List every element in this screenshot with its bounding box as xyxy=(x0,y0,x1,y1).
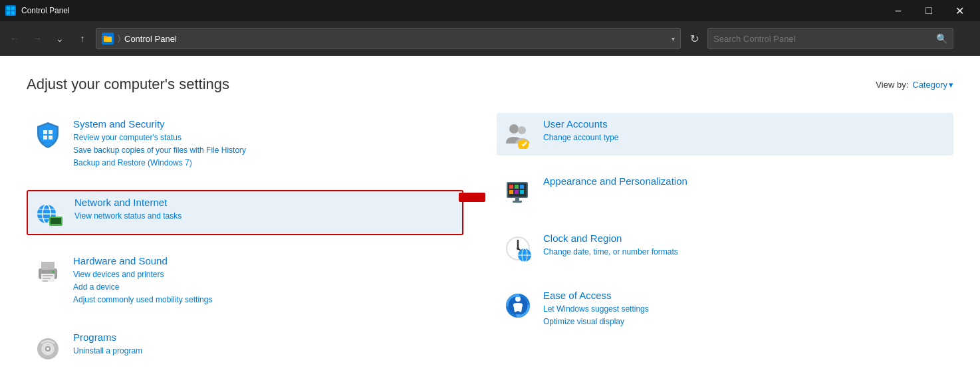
user-accounts-link-1[interactable]: Change account type xyxy=(543,132,948,144)
svg-point-30 xyxy=(518,126,526,134)
svg-rect-1 xyxy=(11,7,15,10)
ease-access-link-1[interactable]: Let Windows suggest settings xyxy=(543,303,948,316)
svg-rect-3 xyxy=(11,11,15,15)
breadcrumb-root: Control Panel xyxy=(124,34,177,44)
clock-region-title[interactable]: Clock and Region xyxy=(543,233,948,244)
system-security-content: System and Security Review your computer… xyxy=(73,118,458,170)
search-input[interactable] xyxy=(713,34,932,44)
main-content: Adjust your computer's settings View by:… xyxy=(0,56,980,392)
clock-region-icon xyxy=(502,233,534,264)
refresh-button[interactable]: ↻ xyxy=(685,29,703,48)
view-by-dropdown[interactable]: Category ▾ xyxy=(912,80,953,90)
view-by-control: View by: Category ▾ xyxy=(876,80,953,90)
appearance-title[interactable]: Appearance and Personalization xyxy=(543,175,948,187)
page-title: Adjust your computer's settings xyxy=(27,76,229,93)
titlebar-left: Control Panel xyxy=(5,5,70,16)
svg-rect-21 xyxy=(43,275,53,276)
system-security-title[interactable]: System and Security xyxy=(73,118,458,130)
svg-point-28 xyxy=(47,347,49,350)
programs-title[interactable]: Programs xyxy=(73,332,458,343)
clock-region-content: Clock and Region Change date, time, or n… xyxy=(543,233,948,258)
search-button[interactable]: 🔍 xyxy=(936,33,947,44)
svg-point-29 xyxy=(509,124,519,134)
user-accounts-icon xyxy=(502,118,534,150)
svg-rect-17 xyxy=(53,225,59,226)
svg-rect-34 xyxy=(515,185,519,189)
hardware-sound-title[interactable]: Hardware and Sound xyxy=(73,255,458,266)
system-security-link-3[interactable]: Backup and Restore (Windows 7) xyxy=(73,157,458,169)
programs-icon xyxy=(32,332,64,363)
network-internet-title[interactable]: Network and Internet xyxy=(74,197,457,208)
programs-content: Programs Uninstall a program xyxy=(73,332,458,357)
red-arrow-indicator xyxy=(459,193,485,202)
ease-access-link-2[interactable]: Optimize visual display xyxy=(543,316,948,328)
svg-rect-36 xyxy=(509,190,513,194)
svg-point-51 xyxy=(515,296,521,302)
svg-rect-2 xyxy=(7,11,10,15)
view-by-arrow: ▾ xyxy=(949,80,953,90)
svg-rect-22 xyxy=(43,278,51,279)
ease-access-title[interactable]: Ease of Access xyxy=(543,290,948,301)
hardware-sound-link-2[interactable]: Add a device xyxy=(73,281,458,294)
appearance-content: Appearance and Personalization xyxy=(543,175,948,189)
category-system-security: System and Security Review your computer… xyxy=(27,113,463,175)
window-controls: – □ ✕ xyxy=(883,0,975,21)
clock-region-link-1[interactable]: Change date, time, or number formats xyxy=(543,246,948,258)
maximize-button[interactable]: □ xyxy=(914,0,944,21)
addressbar: ← → ⌄ ↑ 〉 Control Panel ▾ ↻ 🔍 xyxy=(0,21,980,56)
up-button[interactable]: ↑ xyxy=(73,29,92,48)
system-security-icon xyxy=(32,118,64,150)
ease-access-content: Ease of Access Let Windows suggest setti… xyxy=(543,290,948,328)
svg-rect-16 xyxy=(51,218,61,224)
svg-rect-23 xyxy=(43,280,48,282)
close-button[interactable]: ✕ xyxy=(944,0,975,21)
hardware-icon xyxy=(32,255,64,287)
page-header: Adjust your computer's settings View by:… xyxy=(27,76,953,93)
category-ease-access: Ease of Access Let Windows suggest setti… xyxy=(497,284,953,334)
svg-rect-33 xyxy=(509,185,513,189)
category-appearance: Appearance and Personalization xyxy=(497,170,953,213)
svg-rect-37 xyxy=(515,190,519,194)
hardware-sound-link-3[interactable]: Adjust commonly used mobility settings xyxy=(73,294,458,306)
back-button[interactable]: ← xyxy=(5,29,24,48)
address-separator: 〉 xyxy=(118,33,120,44)
forward-button[interactable]: → xyxy=(28,29,47,48)
window-title: Control Panel xyxy=(21,6,70,15)
svg-rect-19 xyxy=(41,262,55,270)
ease-access-icon xyxy=(502,290,534,322)
svg-rect-40 xyxy=(513,201,522,203)
programs-link-1[interactable]: Uninstall a program xyxy=(73,345,458,357)
search-box[interactable]: 🔍 xyxy=(707,28,953,49)
svg-rect-8 xyxy=(43,136,47,140)
recent-button[interactable]: ⌄ xyxy=(51,29,69,48)
minimize-button[interactable]: – xyxy=(883,0,914,21)
appearance-icon xyxy=(502,175,534,207)
svg-rect-39 xyxy=(515,198,519,201)
network-icon xyxy=(33,197,65,229)
user-accounts-title[interactable]: User Accounts xyxy=(543,118,948,130)
svg-rect-5 xyxy=(104,36,107,38)
svg-point-24 xyxy=(52,270,55,273)
network-internet-link-1[interactable]: View network status and tasks xyxy=(74,210,457,223)
user-accounts-content: User Accounts Change account type xyxy=(543,118,948,144)
system-security-link-2[interactable]: Save backup copies of your files with Fi… xyxy=(73,144,458,157)
svg-rect-7 xyxy=(49,130,53,134)
right-column: User Accounts Change account type xyxy=(490,113,953,383)
app-icon xyxy=(5,5,16,16)
hardware-sound-content: Hardware and Sound View devices and prin… xyxy=(73,255,458,307)
network-internet-content: Network and Internet View network status… xyxy=(74,197,457,223)
hardware-sound-link-1[interactable]: View devices and printers xyxy=(73,268,458,281)
system-security-link-1[interactable]: Review your computer's status xyxy=(73,132,458,144)
svg-rect-6 xyxy=(43,130,47,134)
category-network-internet: Network and Internet View network status… xyxy=(27,190,463,235)
category-user-accounts: User Accounts Change account type xyxy=(497,113,953,155)
categories-grid: System and Security Review your computer… xyxy=(27,113,953,383)
svg-rect-9 xyxy=(49,136,53,140)
address-dropdown-arrow[interactable]: ▾ xyxy=(672,35,675,43)
category-programs: Programs Uninstall a program xyxy=(27,326,463,369)
address-box[interactable]: 〉 Control Panel ▾ xyxy=(96,28,681,49)
address-folder-icon xyxy=(102,33,114,45)
view-by-value-text: Category xyxy=(912,80,947,90)
category-clock-region: Clock and Region Change date, time, or n… xyxy=(497,227,953,270)
svg-rect-0 xyxy=(7,7,10,10)
